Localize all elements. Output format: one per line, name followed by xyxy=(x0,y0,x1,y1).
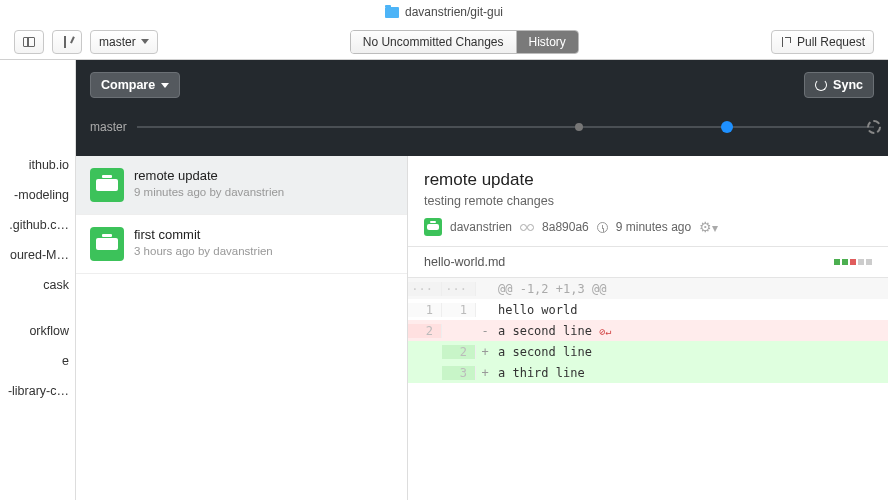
diff-line-removed: 2 - a second line ⊘↵ xyxy=(408,320,888,341)
no-newline-icon: ⊘↵ xyxy=(599,326,611,337)
sidebar-icon xyxy=(23,37,35,47)
repo-item[interactable]: oured-M… xyxy=(0,240,75,270)
sync-button[interactable]: Sync xyxy=(804,72,874,98)
diff-filename: hello-world.md xyxy=(424,255,505,269)
commit-title: first commit xyxy=(134,227,273,242)
avatar xyxy=(90,227,124,261)
diff-line: 1 1 hello world xyxy=(408,299,888,320)
create-branch-button[interactable] xyxy=(52,30,82,54)
chevron-down-icon xyxy=(161,83,169,88)
detail-description: testing remote changes xyxy=(424,194,872,208)
comparison-bar: Compare Sync master xyxy=(76,60,888,156)
pull-request-button[interactable]: Pull Request xyxy=(771,30,874,54)
timeline-track[interactable] xyxy=(137,126,874,128)
repo-item[interactable]: ithub.io xyxy=(0,150,75,180)
avatar xyxy=(90,168,124,202)
sync-icon xyxy=(815,79,827,91)
pull-request-icon xyxy=(780,36,792,48)
toggle-sidebar-button[interactable] xyxy=(14,30,44,54)
timeline-current-dot[interactable] xyxy=(721,121,733,133)
chevron-down-icon xyxy=(141,39,149,44)
compare-label: Compare xyxy=(101,78,155,92)
diff-line-added: 3 + a third line xyxy=(408,362,888,383)
folder-icon xyxy=(385,7,399,18)
repo-sidebar: ithub.io -modeling .github.c… oured-M… c… xyxy=(0,60,76,500)
repo-item[interactable]: .github.c… xyxy=(0,210,75,240)
commit-timeline[interactable]: master xyxy=(90,98,874,156)
diff-view: ······ @@ -1,2 +1,3 @@ 1 1 hello world 2… xyxy=(408,278,888,383)
repo-item[interactable]: -modeling xyxy=(0,180,75,210)
view-segmented-control: No Uncommitted Changes History xyxy=(350,30,579,54)
commit-detail: remote update testing remote changes dav… xyxy=(408,156,888,500)
timeline-branch-label: master xyxy=(90,120,127,134)
timeline-head-marker xyxy=(867,120,881,134)
gear-icon[interactable]: ⚙▾ xyxy=(699,219,718,235)
commit-title: remote update xyxy=(134,168,284,183)
timeline-commit-dot[interactable] xyxy=(575,123,583,131)
diff-file-header[interactable]: hello-world.md xyxy=(408,246,888,278)
branch-icon xyxy=(61,36,73,48)
repo-path: davanstrien/git-gui xyxy=(405,5,503,19)
commit-subtitle: 3 hours ago by davanstrien xyxy=(134,245,273,257)
repo-item[interactable]: orkflow xyxy=(0,316,75,346)
tab-changes[interactable]: No Uncommitted Changes xyxy=(351,31,517,53)
repo-item[interactable]: e xyxy=(0,346,75,376)
repo-item[interactable]: -library-c… xyxy=(0,376,75,406)
pull-request-label: Pull Request xyxy=(797,35,865,49)
tab-history[interactable]: History xyxy=(517,31,578,53)
commit-item[interactable]: first commit 3 hours ago by davanstrien xyxy=(76,215,407,274)
toolbar: master No Uncommitted Changes History Pu… xyxy=(0,24,888,60)
clock-icon xyxy=(597,222,608,233)
avatar xyxy=(424,218,442,236)
current-branch: master xyxy=(99,35,136,49)
commit-sha-icon xyxy=(520,223,534,231)
commit-item[interactable]: remote update 9 minutes ago by davanstri… xyxy=(76,156,407,215)
detail-sha: 8a890a6 xyxy=(542,220,589,234)
detail-author: davanstrien xyxy=(450,220,512,234)
detail-time: 9 minutes ago xyxy=(616,220,691,234)
repo-item[interactable] xyxy=(0,300,75,316)
branch-selector[interactable]: master xyxy=(90,30,158,54)
commit-subtitle: 9 minutes ago by davanstrien xyxy=(134,186,284,198)
compare-button[interactable]: Compare xyxy=(90,72,180,98)
diff-hunk-header: ······ @@ -1,2 +1,3 @@ xyxy=(408,278,888,299)
detail-title: remote update xyxy=(424,170,872,190)
diff-line-added: 2 + a second line xyxy=(408,341,888,362)
sync-label: Sync xyxy=(833,78,863,92)
diff-stat-icon xyxy=(834,259,872,265)
commit-list: remote update 9 minutes ago by davanstri… xyxy=(76,156,408,500)
repo-item[interactable]: cask xyxy=(0,270,75,300)
window-titlebar: davanstrien/git-gui xyxy=(0,0,888,24)
